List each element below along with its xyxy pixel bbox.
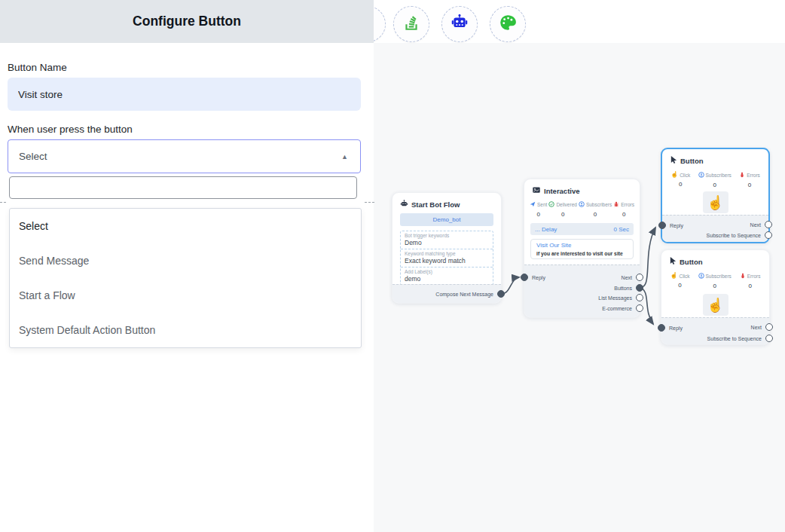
- node-title: Start Bot Flow: [411, 200, 460, 209]
- hand-pointer-icon: ☝: [707, 196, 723, 209]
- delay-value: 0 Sec: [614, 226, 629, 233]
- start-bot-flow-header: Start Bot Flow: [400, 199, 460, 209]
- next-port[interactable]: Next: [751, 323, 773, 331]
- button-node-1[interactable]: Button ☝Click 0 Subscribers 0 Errors 0 ☝…: [661, 148, 770, 243]
- bot-name-chip[interactable]: Demo_bot: [400, 213, 493, 226]
- interactive-header: Interactive: [532, 185, 580, 196]
- bug-icon: [613, 201, 619, 208]
- start-bot-flow-node[interactable]: Start Bot Flow Demo_bot Bot trigger keyw…: [392, 192, 502, 304]
- field-label: Bot trigger keywords: [405, 233, 489, 238]
- interactive-message-box[interactable]: Visit Our Site if you are interested to …: [530, 239, 634, 259]
- click-hand-icon: ☝: [670, 273, 677, 279]
- field-row: Keyword matching type Exact keyword matc…: [401, 249, 493, 268]
- robot-icon: [451, 14, 469, 35]
- chevron-up-icon: ▲: [341, 153, 348, 161]
- port-dot[interactable]: [636, 294, 643, 301]
- next-port[interactable]: Next: [750, 221, 772, 228]
- bug-icon: [740, 273, 746, 280]
- port-dot[interactable]: [636, 284, 643, 292]
- port-label: Next: [622, 275, 632, 280]
- click-hand-icon: ☝: [670, 172, 678, 178]
- action-select[interactable]: Select ▲: [8, 139, 361, 173]
- interactive-node[interactable]: Interactive Sent 0 Delivered 0 Subscribe…: [524, 179, 640, 318]
- button-hand-preview: ☝: [703, 191, 728, 213]
- panel-header: Configure Button: [0, 0, 374, 43]
- button-name-label: Button Name: [8, 62, 67, 73]
- list-messages-port[interactable]: List Messages: [598, 294, 643, 301]
- port-dot[interactable]: [636, 274, 643, 281]
- subscribe-sequence-port[interactable]: Subscribe to Sequence: [707, 335, 773, 342]
- buttons-port[interactable]: Buttons: [614, 284, 643, 292]
- person-circle-icon: [579, 201, 585, 208]
- robot-tool-button[interactable]: [441, 6, 478, 42]
- field-value: Exact keyword match: [405, 257, 489, 264]
- stat-subscribers: Subscribers 0: [579, 201, 612, 218]
- button-node-header: Button: [670, 155, 704, 166]
- port-dot[interactable]: [636, 304, 643, 312]
- palette-tool-button[interactable]: [490, 6, 526, 42]
- port-label: Reply: [670, 223, 683, 228]
- stat-sent: Sent 0: [530, 201, 547, 218]
- field-label: Add Label(s): [405, 269, 489, 274]
- port-dot[interactable]: [765, 323, 773, 331]
- port-label: Subscribe to Sequence: [707, 233, 761, 238]
- port-label: E-commerce: [602, 306, 632, 311]
- port-dot[interactable]: [765, 335, 773, 342]
- button-node-header: Button: [669, 256, 703, 267]
- stats-row: ☝Click 0 Subscribers 0 Errors 0: [667, 172, 764, 188]
- stat-subscribers: Subscribers 0: [698, 273, 732, 289]
- message-title: Visit Our Site: [536, 242, 628, 249]
- bot-settings-box: Bot trigger keywords Demo Keyword matchi…: [400, 231, 493, 286]
- button-name-input[interactable]: [8, 78, 361, 111]
- port-dot[interactable]: [658, 324, 665, 332]
- delay-label: ... Delay: [535, 226, 557, 233]
- option-system-default-action-button[interactable]: System Default Action Button: [10, 313, 361, 347]
- reply-port[interactable]: Reply: [658, 222, 683, 229]
- compose-next-message-port[interactable]: Compose Next Message: [435, 290, 505, 298]
- port-dot[interactable]: [521, 274, 528, 281]
- field-label: Keyword matching type: [405, 251, 489, 256]
- stat-click: ☝Click 0: [670, 273, 689, 289]
- option-send-message[interactable]: Send Message: [10, 243, 361, 278]
- bug-icon: [739, 172, 745, 179]
- stats-row: ☝Click 0 Subscribers 0 Errors 0: [666, 273, 765, 289]
- node-title: Button: [680, 157, 704, 165]
- card-icon: [532, 185, 541, 196]
- port-label: Compose Next Message: [435, 292, 493, 297]
- port-dot[interactable]: [765, 221, 772, 228]
- dropdown-search-input[interactable]: [9, 176, 357, 199]
- delay-bar[interactable]: ... Delay 0 Sec: [530, 223, 634, 235]
- port-label: Next: [751, 325, 762, 330]
- field-value: Demo: [405, 239, 489, 246]
- port-label: List Messages: [598, 295, 632, 301]
- stat-errors: Errors 0: [613, 201, 634, 218]
- port-dot[interactable]: [658, 222, 666, 229]
- send-icon: [530, 201, 536, 208]
- ecommerce-port[interactable]: E-commerce: [602, 304, 643, 312]
- field-row: Add Label(s) demo: [401, 268, 493, 285]
- subscribe-sequence-port[interactable]: Subscribe to Sequence: [707, 231, 772, 239]
- port-label: Next: [750, 222, 761, 228]
- action-dropdown: Select Send Message Start a Flow System …: [8, 174, 363, 348]
- reply-port[interactable]: Reply: [658, 324, 683, 332]
- action-label: When user press the button: [8, 124, 133, 135]
- person-circle-icon: [698, 273, 704, 280]
- port-label: Reply: [669, 326, 683, 331]
- stat-subscribers: Subscribers 0: [698, 172, 732, 188]
- panel-title: Configure Button: [133, 14, 241, 29]
- button-node-2[interactable]: Button ☝Click 0 Subscribers 0 Errors 0 ☝…: [661, 249, 770, 345]
- option-select[interactable]: Select: [10, 209, 361, 243]
- next-port[interactable]: Next: [622, 274, 643, 281]
- port-label: Buttons: [614, 286, 632, 291]
- reply-port[interactable]: Reply: [521, 274, 545, 281]
- stack-icon: [402, 14, 420, 35]
- port-dot[interactable]: [765, 231, 772, 239]
- hand-pointer-icon: ☝: [707, 298, 723, 312]
- option-start-a-flow[interactable]: Start a Flow: [10, 278, 361, 313]
- port-dot[interactable]: [497, 290, 505, 298]
- option-list: Select Send Message Start a Flow System …: [9, 208, 362, 348]
- message-body: if you are interested to visit our site: [536, 251, 628, 256]
- stat-errors: Errors 0: [740, 273, 761, 289]
- stack-tool-button[interactable]: [393, 6, 429, 42]
- bot-icon: [400, 199, 408, 209]
